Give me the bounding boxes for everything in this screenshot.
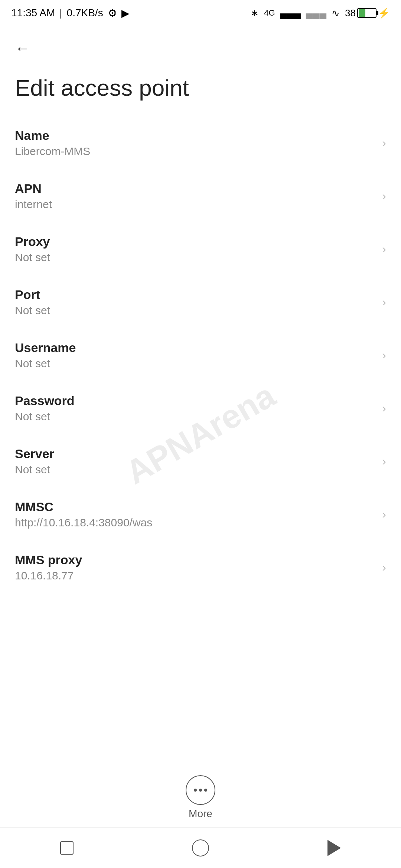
chevron-right-icon: ›: [382, 454, 386, 468]
camera-icon: ▶: [121, 7, 130, 19]
settings-item-value: 10.16.18.77: [15, 569, 375, 582]
battery-indicator: 38 ⚡: [345, 7, 390, 19]
top-nav: ←: [0, 26, 401, 63]
settings-item-content: Server Not set: [15, 447, 375, 476]
battery-percent: 38: [345, 7, 356, 19]
settings-item-mms-proxy[interactable]: MMS proxy 10.16.18.77 ›: [0, 541, 401, 594]
settings-item-username[interactable]: Username Not set ›: [0, 329, 401, 382]
settings-item-name[interactable]: Name Libercom-MMS ›: [0, 116, 401, 170]
settings-item-content: Password Not set: [15, 394, 375, 423]
status-separator: |: [59, 7, 62, 19]
chevron-right-icon: ›: [382, 295, 386, 309]
settings-list: Name Libercom-MMS › APN internet › Proxy…: [0, 116, 401, 594]
chevron-right-icon: ›: [382, 189, 386, 203]
more-button[interactable]: More: [186, 775, 215, 820]
chevron-right-icon: ›: [382, 348, 386, 362]
back-button[interactable]: ←: [11, 37, 33, 59]
status-icons: ∗ 4G ▄▄▄ ▄▄▄ ∿ 38 ⚡: [251, 7, 390, 19]
page-title: Edit access point: [0, 63, 401, 116]
more-dot-1: [194, 789, 197, 792]
nav-home-button[interactable]: [186, 833, 215, 863]
charging-icon: ⚡: [378, 7, 390, 19]
settings-item-content: MMSC http://10.16.18.4:38090/was: [15, 500, 375, 529]
battery-fill: [359, 9, 365, 17]
settings-item-label: Proxy: [15, 234, 375, 249]
settings-item-label: APN: [15, 181, 375, 196]
signal-bars2-icon: ▄▄▄: [306, 7, 326, 19]
settings-item-label: Name: [15, 128, 375, 143]
settings-item-proxy[interactable]: Proxy Not set ›: [0, 223, 401, 276]
chevron-right-icon: ›: [382, 242, 386, 256]
settings-item-value: http://10.16.18.4:38090/was: [15, 516, 375, 529]
settings-item-content: Username Not set: [15, 341, 375, 370]
status-time-speed: 11:35 AM | 0.7KB/s ⚙ ▶: [11, 7, 130, 19]
settings-item-label: MMSC: [15, 500, 375, 514]
nav-back-icon: [327, 840, 341, 856]
bluetooth-icon: ∗: [251, 7, 259, 19]
nav-home-icon: [192, 839, 209, 857]
settings-icon: ⚙: [108, 7, 117, 19]
settings-item-value: Not set: [15, 304, 375, 317]
status-time: 11:35 AM: [11, 7, 55, 19]
settings-item-label: Port: [15, 287, 375, 302]
nav-back-button[interactable]: [319, 833, 349, 863]
status-bar: 11:35 AM | 0.7KB/s ⚙ ▶ ∗ 4G ▄▄▄ ▄▄▄ ∿ 38…: [0, 0, 401, 26]
settings-item-value: Not set: [15, 251, 375, 264]
chevron-right-icon: ›: [382, 560, 386, 574]
settings-item-content: Port Not set: [15, 287, 375, 317]
bottom-nav: [0, 827, 401, 868]
settings-item-label: Username: [15, 341, 375, 355]
chevron-right-icon: ›: [382, 401, 386, 415]
settings-item-content: Name Libercom-MMS: [15, 128, 375, 158]
settings-item-port[interactable]: Port Not set ›: [0, 276, 401, 329]
settings-item-label: MMS proxy: [15, 553, 375, 567]
settings-item-server[interactable]: Server Not set ›: [0, 435, 401, 488]
settings-item-content: MMS proxy 10.16.18.77: [15, 553, 375, 582]
settings-item-content: APN internet: [15, 181, 375, 211]
settings-item-label: Password: [15, 394, 375, 408]
settings-item-value: Not set: [15, 410, 375, 423]
signal-4g-icon: 4G: [264, 8, 275, 18]
more-icon: [186, 775, 215, 805]
signal-bars-icon: ▄▄▄: [280, 7, 301, 19]
nav-recents-icon: [60, 841, 74, 855]
settings-item-apn[interactable]: APN internet ›: [0, 170, 401, 223]
more-dot-3: [204, 789, 207, 792]
settings-item-value: Not set: [15, 357, 375, 370]
settings-item-password[interactable]: Password Not set ›: [0, 382, 401, 435]
battery-box: [357, 8, 376, 18]
back-arrow-icon: ←: [15, 40, 30, 57]
chevron-right-icon: ›: [382, 136, 386, 150]
more-label: More: [189, 808, 212, 820]
status-speed: 0.7KB/s: [67, 7, 103, 19]
more-dot-2: [199, 789, 202, 792]
settings-item-value: Libercom-MMS: [15, 145, 375, 158]
chevron-right-icon: ›: [382, 507, 386, 521]
nav-recents-button[interactable]: [52, 833, 82, 863]
settings-item-label: Server: [15, 447, 375, 461]
settings-item-value: Not set: [15, 463, 375, 476]
wifi-icon: ∿: [332, 7, 340, 19]
settings-item-content: Proxy Not set: [15, 234, 375, 264]
settings-item-mmsc[interactable]: MMSC http://10.16.18.4:38090/was ›: [0, 488, 401, 541]
settings-item-value: internet: [15, 198, 375, 211]
